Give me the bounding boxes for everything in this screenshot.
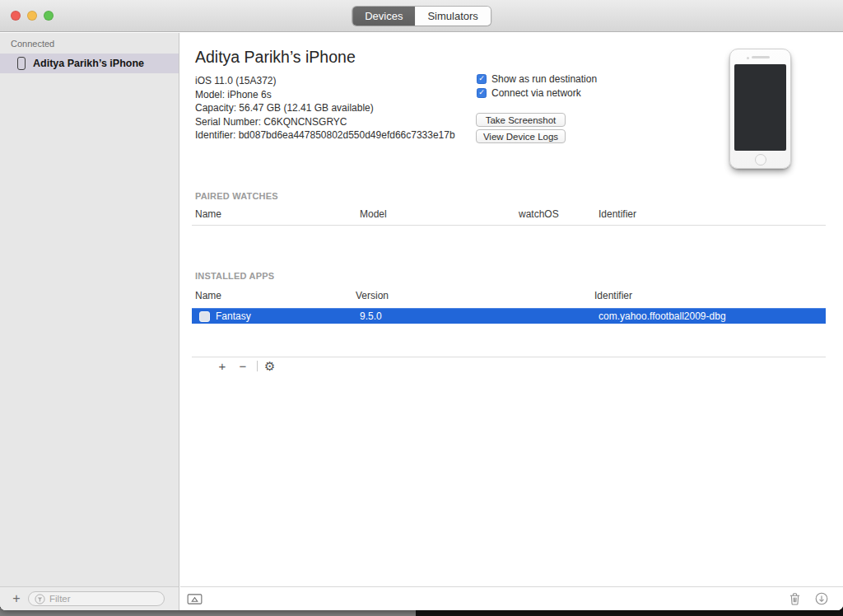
column-header-watchos[interactable]: watchOS: [519, 208, 598, 220]
install-app-button[interactable]: +: [217, 360, 228, 372]
column-header-identifier[interactable]: Identifier: [598, 208, 821, 220]
add-device-button[interactable]: +: [9, 591, 24, 606]
sidebar-bottom-bar: +: [0, 586, 179, 610]
device-name-title: Aditya Parikh’s iPhone: [195, 48, 356, 67]
controls-separator: [257, 361, 258, 371]
device-action-buttons: Take Screenshot View Device Logs: [476, 113, 566, 143]
app-icon: [199, 311, 210, 322]
device-detail-pane: Aditya Parikh’s iPhone iOS 11.0 (15A372)…: [180, 33, 843, 610]
device-photo: [729, 49, 791, 169]
column-header-model[interactable]: Model: [360, 208, 519, 220]
installed-app-row-selected[interactable]: Fantasy 9.5.0 com.yahoo.ffootball2009-db…: [192, 308, 826, 324]
device-options: ✓ Show as run destination ✓ Connect via …: [477, 73, 597, 101]
installed-apps-section-title: INSTALLED APPS: [195, 271, 274, 281]
iphone-icon: [17, 57, 26, 70]
delete-button[interactable]: [789, 592, 801, 605]
titlebar[interactable]: Devices Simulators: [0, 0, 843, 32]
checkmark-icon: ✓: [478, 89, 485, 96]
checkbox-label: Connect via network: [491, 87, 581, 99]
zoom-window-button[interactable]: [44, 11, 54, 21]
column-header-version[interactable]: Version: [356, 290, 594, 301]
checkbox-checked-icon[interactable]: ✓: [477, 88, 487, 98]
trash-icon: [789, 592, 801, 605]
show-as-run-destination-option[interactable]: ✓ Show as run destination: [477, 73, 597, 84]
device-details: iOS 11.0 (15A372) Model: iPhone 6s Capac…: [195, 74, 455, 142]
take-screenshot-button[interactable]: Take Screenshot: [476, 113, 566, 127]
tab-simulators[interactable]: Simulators: [415, 7, 490, 26]
device-serial-number: Serial Number: C6KQNCNSGRYC: [195, 115, 455, 129]
filter-input[interactable]: [49, 594, 140, 604]
paired-watches-divider: [192, 225, 826, 226]
phone-camera: [747, 57, 749, 59]
device-identifier: Identifier: bd087bd6ea447850802d550d49ef…: [195, 128, 455, 142]
checkmark-icon: ✓: [478, 75, 485, 82]
sidebar-device-name: Aditya Parikh’s iPhone: [33, 58, 144, 69]
paired-watches-table-header: Name Model watchOS Identifier: [195, 208, 821, 220]
screenshot-image-button[interactable]: [187, 594, 203, 604]
installed-apps-controls: + − ⚙: [217, 360, 275, 372]
tab-devices[interactable]: Devices: [352, 7, 415, 26]
installed-apps-divider: [192, 357, 826, 357]
filter-icon: [35, 594, 45, 604]
phone-speaker: [752, 56, 770, 58]
close-window-button[interactable]: [11, 11, 21, 21]
app-identifier: com.yahoo.ffootball2009-dbg: [598, 310, 826, 322]
column-header-name[interactable]: Name: [195, 290, 356, 301]
minimize-window-button[interactable]: [27, 11, 37, 21]
sidebar: Connected Aditya Parikh’s iPhone +: [0, 33, 179, 610]
connect-via-network-option[interactable]: ✓ Connect via network: [477, 87, 597, 98]
device-os-version: iOS 11.0 (15A372): [195, 74, 455, 88]
device-model: Model: iPhone 6s: [195, 88, 455, 102]
sidebar-item-device[interactable]: Aditya Parikh’s iPhone: [0, 54, 179, 73]
app-name-cell: Fantasy: [199, 310, 360, 322]
main-bottom-bar: [180, 586, 843, 610]
gear-icon[interactable]: ⚙: [264, 360, 275, 372]
bottom-right-icons: [789, 592, 828, 605]
device-capacity: Capacity: 56.47 GB (12.41 GB available): [195, 101, 455, 115]
phone-home-button: [755, 154, 766, 166]
app-name: Fantasy: [216, 310, 251, 322]
sidebar-section-connected: Connected: [11, 39, 179, 49]
traffic-lights: [11, 11, 54, 21]
checkbox-label: Show as run destination: [491, 73, 597, 85]
image-icon: [187, 594, 203, 604]
checkbox-checked-icon[interactable]: ✓: [477, 74, 487, 84]
download-icon: [815, 592, 828, 605]
remove-app-button[interactable]: −: [237, 360, 249, 372]
devices-window: Devices Simulators Connected Aditya Pari…: [0, 0, 843, 610]
filter-field[interactable]: [28, 591, 165, 606]
download-button[interactable]: [815, 592, 828, 605]
column-header-name[interactable]: Name: [195, 208, 360, 220]
installed-apps-table-header: Name Version Identifier: [195, 290, 821, 301]
view-device-logs-button[interactable]: View Device Logs: [476, 129, 566, 143]
phone-screen: [734, 64, 786, 151]
app-version: 9.5.0: [360, 310, 598, 322]
paired-watches-section-title: PAIRED WATCHES: [195, 191, 278, 201]
devices-simulators-segmented-control: Devices Simulators: [352, 7, 491, 26]
column-header-identifier[interactable]: Identifier: [594, 290, 821, 301]
